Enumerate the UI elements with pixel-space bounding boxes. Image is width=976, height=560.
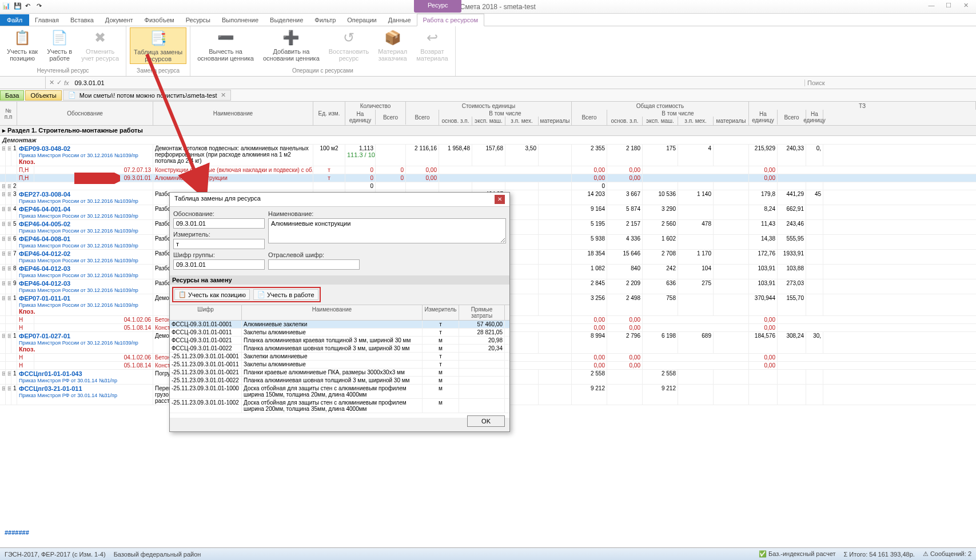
nav-objects[interactable]: Объекты — [25, 90, 61, 101]
name-box[interactable] — [0, 77, 46, 89]
table-row[interactable]: П,Н 09.3.01.01 Алюминиевые конструкции т… — [0, 174, 976, 182]
tab-phys[interactable]: Физобъем — [139, 14, 180, 26]
table-row[interactable]: ⊞⊞ 1 ФЕР09-03-048-02Приказ Минстроя Росс… — [0, 145, 976, 166]
maximize-icon[interactable]: ☐ — [941, 2, 957, 12]
btn-material[interactable]: 📦Материал заказчика — [375, 27, 411, 63]
status-bar: ГЭСН-2017, ФЕР-2017 (с Изм. 1-4)Базовый … — [0, 547, 976, 560]
section-row[interactable]: ▸ Раздел 1. Строительно-монтажные работы — [0, 126, 976, 136]
tab-document[interactable]: Документ — [99, 14, 139, 26]
list-item[interactable]: -25.11.23.09.3.01.01-0022Планка алюминие… — [170, 377, 509, 385]
return-icon: ↩ — [423, 29, 441, 47]
list-item[interactable]: ФССЦ-09.3.01.01-0021Планка алюминиевая к… — [170, 337, 509, 345]
close-icon[interactable]: ✕ — [958, 2, 974, 12]
tab-file[interactable]: Файл — [0, 14, 29, 26]
dlg-btn-work[interactable]: 📄Учесть в работе — [253, 289, 318, 300]
dlg-otr-input[interactable] — [268, 259, 360, 270]
btn-return[interactable]: ↩Возврат материала — [413, 27, 451, 63]
tab-insert[interactable]: Вставка — [65, 14, 99, 26]
search-input[interactable]: Поиск — [804, 79, 976, 86]
annotation-outline: 📋Учесть как позицию 📄Учесть в работе — [172, 287, 321, 302]
cancel-icon: ✖ — [91, 29, 109, 47]
grid-header: № п.п Обоснование Наименование Ед. изм. … — [0, 102, 976, 126]
dlg-izm-input[interactable] — [173, 239, 265, 249]
btn-account-position[interactable]: 📋Учесть как позицию — [3, 27, 41, 63]
group-ops: Операции с ресурсами — [292, 67, 353, 75]
list-item[interactable]: ФССЦ-09.3.01.01-0001Алюминиевые заклепки… — [170, 321, 509, 329]
table-row[interactable]: ⊞⊞ 2 0 0 — [0, 182, 976, 190]
plus-icon: ➕ — [282, 29, 300, 47]
close-doc-icon[interactable]: ✕ — [221, 91, 226, 99]
tab-work-resource[interactable]: Работа с ресурсом — [417, 14, 484, 26]
work-icon: 📄 — [50, 29, 69, 47]
position-icon: 📋 — [178, 291, 186, 298]
redo-icon[interactable]: ↷ — [37, 2, 46, 11]
dialog-close-icon[interactable]: ✕ — [495, 195, 505, 204]
dlg-name-input[interactable]: Алюминиевые конструкции — [268, 218, 506, 243]
undo-icon[interactable]: ↶ — [25, 2, 34, 11]
doc-tab[interactable]: 📄Мои сметы\! потом можно почистить\smeta… — [63, 90, 231, 101]
doc-icon: 📄 — [68, 91, 76, 99]
nav-base[interactable]: База — [0, 90, 24, 101]
table-icon: 📑 — [149, 29, 168, 47]
list-item[interactable]: -25.11.23.09.3.01.01-0011Заклепы алюмини… — [170, 361, 509, 369]
dlg-ok-button[interactable]: OK — [467, 415, 505, 427]
material-icon: 📦 — [384, 29, 402, 47]
replace-dialog: Таблица замены для ресурса✕ Обоснование:… — [169, 192, 510, 432]
dlg-shifr-input[interactable] — [173, 259, 265, 270]
save-icon[interactable]: 💾 — [14, 2, 23, 11]
btn-restore[interactable]: ↺Восстановить ресурс — [325, 27, 372, 63]
app-icon: 📊 — [2, 2, 11, 11]
tab-exec[interactable]: Выполнение — [216, 14, 264, 26]
group-row[interactable]: Демонтаж — [0, 136, 976, 145]
status-calc[interactable]: ✅ Баз.-индексный расчет — [759, 550, 836, 558]
minimize-icon[interactable]: — — [923, 2, 939, 12]
work-icon: 📄 — [257, 291, 265, 298]
status-messages[interactable]: ⚠ Сообщений: 2 — [923, 550, 971, 558]
tab-selection[interactable]: Выделение — [264, 14, 309, 26]
btn-account-work[interactable]: 📄Учесть в работе — [43, 27, 75, 63]
tab-filter[interactable]: Фильтр — [309, 14, 341, 26]
tab-main[interactable]: Главная — [29, 14, 65, 26]
dlg-section: Ресурсы на замену — [170, 275, 509, 285]
list-item[interactable]: ФССЦ-09.3.01.01-0011Заклепы алюминиевыет… — [170, 329, 509, 337]
dlg-obos-input[interactable] — [173, 218, 265, 229]
list-item[interactable]: -25.11.23.09.3.01.01-0001Заклепки алюмин… — [170, 353, 509, 361]
list-item[interactable]: ФССЦ-09.3.01.01-0022Планка алюминиевая ш… — [170, 345, 509, 353]
btn-add[interactable]: ➕Добавить на основании ценника — [260, 27, 323, 63]
formula-input[interactable]: 09.3.01.01 — [73, 79, 804, 86]
tab-ops[interactable]: Операции — [341, 14, 382, 26]
window-title: ГРАНД-Смета 2018 - smeta-test — [48, 3, 923, 11]
tab-resources[interactable]: Ресурсы — [180, 14, 216, 26]
context-tab[interactable]: Ресурс — [414, 0, 461, 13]
status-total: Σ Итого: 54 161 393,48р. — [843, 551, 914, 558]
fx-icon: fx — [64, 79, 69, 86]
dlg-btn-position[interactable]: 📋Учесть как позицию — [174, 289, 250, 300]
minus-icon: ➖ — [217, 29, 235, 47]
dlg-grid-body[interactable]: ФССЦ-09.3.01.01-0001Алюминиевые заклепки… — [170, 321, 509, 418]
hash-row: ####### — [2, 528, 31, 537]
btn-cancel-account[interactable]: ✖Отменить учет ресурса — [78, 27, 122, 63]
dialog-title: Таблица замены для ресурса — [174, 195, 261, 204]
position-icon: 📋 — [13, 29, 31, 47]
list-item[interactable]: -25.11.23.09.3.01.01-0021Планки краевые … — [170, 369, 509, 377]
restore-icon: ↺ — [340, 29, 358, 47]
list-item[interactable]: -25.11.23.09.3.01.01-1000Доска отбойная … — [170, 385, 509, 399]
tab-data[interactable]: Данные — [383, 14, 417, 26]
group-replace: Замена ресурса — [137, 67, 180, 75]
btn-replace-table[interactable]: 📑Таблица замены ресурсов — [130, 27, 186, 64]
fx-accept-icon[interactable]: ✓ — [57, 79, 62, 86]
btn-subtract[interactable]: ➖Вычесть на основании ценника — [194, 27, 257, 63]
dlg-grid-header: Шифр Наименование Измеритель Прямые затр… — [170, 305, 509, 321]
group-unaccounted: Неучтенный ресурс — [37, 67, 89, 75]
table-row[interactable]: П,Н 07.2.07.13 Конструкции стальные (вкл… — [0, 166, 976, 174]
fx-cancel-icon[interactable]: ✕ — [49, 79, 54, 86]
list-item[interactable]: -25.11.23.09.3.01.01-1002Доска отбойная … — [170, 399, 509, 413]
